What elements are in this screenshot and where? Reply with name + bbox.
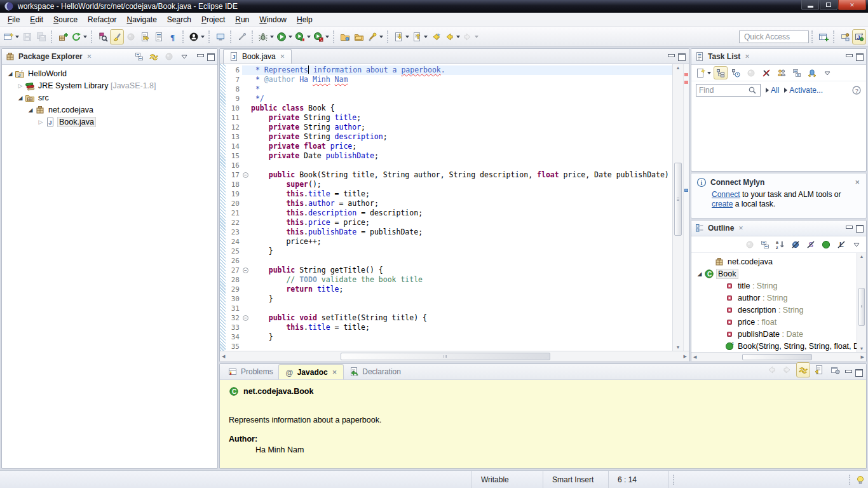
editor-vertical-scrollbar[interactable]: ▲ ▼ xyxy=(672,64,683,351)
focus-button[interactable] xyxy=(744,66,758,79)
open-in-browser-button[interactable] xyxy=(828,362,842,377)
maximize-view-icon[interactable] xyxy=(856,53,863,60)
task-filter-all[interactable]: All xyxy=(766,86,779,95)
maximize-view-icon[interactable] xyxy=(207,53,214,60)
back-button[interactable] xyxy=(443,29,461,44)
code-line-32[interactable]: 32− public void setTitle(String title) { xyxy=(226,313,672,323)
tree-expander-icon[interactable]: ▷ xyxy=(36,119,45,125)
code-line-25[interactable]: 25 } xyxy=(226,247,672,256)
focus-button[interactable] xyxy=(124,29,138,44)
user-account-button[interactable] xyxy=(187,29,206,44)
link-with-editor-button[interactable] xyxy=(796,362,810,377)
tree-expander-icon[interactable]: ▷ xyxy=(16,83,25,89)
hide-non-public-button[interactable] xyxy=(819,238,833,251)
pin-editor-button[interactable] xyxy=(235,29,249,44)
code-line-33[interactable]: 33 this.title = title; xyxy=(226,323,672,332)
hide-static-button[interactable]: S xyxy=(804,238,818,251)
tree-expander-icon[interactable]: ◢ xyxy=(6,71,15,77)
open-folder-button[interactable] xyxy=(352,29,366,44)
tree-item-title[interactable]: title : String xyxy=(693,280,857,292)
dropdown-arrow-icon[interactable] xyxy=(456,36,460,38)
dismiss-mylyn-icon[interactable]: ✕ xyxy=(853,179,861,186)
tree-item-book-string-string-string-float-da[interactable]: cBook(String, String, String, float, Da xyxy=(693,340,857,352)
close-view-icon[interactable]: ✕ xyxy=(743,53,751,60)
code-line-30[interactable]: 30 } xyxy=(226,294,672,304)
run-button[interactable] xyxy=(275,29,294,44)
hide-fields-button[interactable] xyxy=(789,238,803,251)
dropdown-arrow-icon[interactable] xyxy=(475,36,478,38)
code-line-29[interactable]: 29 return title; xyxy=(226,285,672,294)
help-icon[interactable]: ? xyxy=(851,85,862,95)
code-line-26[interactable]: 26 xyxy=(226,256,672,266)
code-line-9[interactable]: 9 */ xyxy=(226,94,672,104)
console-button[interactable] xyxy=(214,29,227,44)
tree-item-net-codejava[interactable]: ◢net.codejava xyxy=(3,104,217,116)
tree-item-book[interactable]: ◢CBook xyxy=(693,268,857,280)
task-activate-link[interactable]: Activate... xyxy=(784,86,823,95)
minimize-view-icon[interactable] xyxy=(845,225,852,231)
dropdown-arrow-icon[interactable] xyxy=(201,36,205,38)
code-line-27[interactable]: 27− public String getTitle() { xyxy=(226,266,672,275)
close-view-icon[interactable]: ✕ xyxy=(737,225,745,231)
mark-occurrences-button[interactable] xyxy=(110,29,124,44)
code-line-13[interactable]: 13 private String description; xyxy=(226,132,672,142)
code-line-16[interactable]: 16 xyxy=(226,161,672,170)
code-editor[interactable]: 6 * Represents information about a paper… xyxy=(226,64,672,351)
menu-window[interactable]: Window xyxy=(254,13,292,26)
code-line-24[interactable]: 24 price++; xyxy=(226,237,672,247)
code-line-18[interactable]: 18 super(); xyxy=(226,180,672,189)
tree-item-book-java[interactable]: ▷JBook.java xyxy=(3,116,217,128)
categorized-button[interactable] xyxy=(714,66,728,79)
focus-button[interactable] xyxy=(162,50,176,63)
coverage-button[interactable] xyxy=(294,29,312,44)
notification-bulb-icon[interactable] xyxy=(855,475,865,485)
dropdown-arrow-icon[interactable] xyxy=(379,36,383,38)
menu-run[interactable]: Run xyxy=(230,13,254,26)
show-whitespace-button[interactable]: ¶ xyxy=(166,29,180,44)
synchronize-button[interactable] xyxy=(805,66,819,79)
outline-vertical-scrollbar[interactable]: ▲ ▼ xyxy=(857,253,866,352)
save-all-button[interactable] xyxy=(34,29,48,44)
tree-item-helloworld[interactable]: ◢JHelloWorld xyxy=(3,67,217,79)
menu-source[interactable]: Source xyxy=(48,13,83,26)
close-tab-icon[interactable]: ✕ xyxy=(331,369,339,376)
open-type-button[interactable] xyxy=(152,29,166,44)
code-line-22[interactable]: 22 this.price = price; xyxy=(226,218,672,227)
run-external-tools-button[interactable] xyxy=(338,29,352,44)
maximize-view-icon[interactable] xyxy=(856,225,863,231)
code-line-12[interactable]: 12 private String author; xyxy=(226,123,672,132)
perspective-other-button[interactable] xyxy=(838,29,852,44)
code-line-20[interactable]: 20 this.author = author; xyxy=(226,199,672,208)
menu-search[interactable]: Search xyxy=(162,13,196,26)
code-line-8[interactable]: 8 * xyxy=(226,85,672,94)
code-line-15[interactable]: 15 private Date publishDate; xyxy=(226,151,672,161)
tab-declaration[interactable]: Declaration xyxy=(344,364,406,379)
dropdown-arrow-icon[interactable] xyxy=(270,36,274,38)
scheduled-button[interactable] xyxy=(729,66,743,79)
tab-problems[interactable]: Problems xyxy=(222,364,278,379)
code-line-21[interactable]: 21 this.description = description; xyxy=(226,208,672,218)
mylyn-link-connect[interactable]: Connect xyxy=(712,190,740,199)
open-attached-javadoc-button[interactable] xyxy=(812,362,826,377)
tree-expander-icon[interactable]: ◢ xyxy=(695,271,704,277)
previous-annotation-button[interactable] xyxy=(410,29,429,44)
next-annotation-button[interactable] xyxy=(392,29,410,44)
code-line-19[interactable]: 19 this.title = title; xyxy=(226,189,672,199)
close-tab-icon[interactable]: ✕ xyxy=(279,53,287,60)
outline-horizontal-scrollbar[interactable]: ◀ ▶ xyxy=(691,352,866,362)
minimize-view-icon[interactable] xyxy=(845,53,852,60)
menu-refactor[interactable]: Refactor xyxy=(83,13,121,26)
restore-button[interactable] xyxy=(820,0,837,10)
code-line-10[interactable]: 10public class Book { xyxy=(226,104,672,113)
code-line-17[interactable]: 17− public Book(String title, String aut… xyxy=(226,170,672,180)
close-button[interactable]: ✕ xyxy=(838,0,866,10)
code-line-11[interactable]: 11 private String title; xyxy=(226,113,672,123)
menu-edit[interactable]: Edit xyxy=(25,13,48,26)
debug-button[interactable] xyxy=(257,29,275,44)
minimize-view-icon[interactable] xyxy=(196,53,203,60)
menu-navigate[interactable]: Navigate xyxy=(121,13,161,26)
new-java-package-button[interactable] xyxy=(56,29,70,44)
dropdown-arrow-icon[interactable] xyxy=(307,36,311,38)
profile-button[interactable] xyxy=(312,29,330,44)
tree-item-description[interactable]: description : String xyxy=(693,304,857,316)
